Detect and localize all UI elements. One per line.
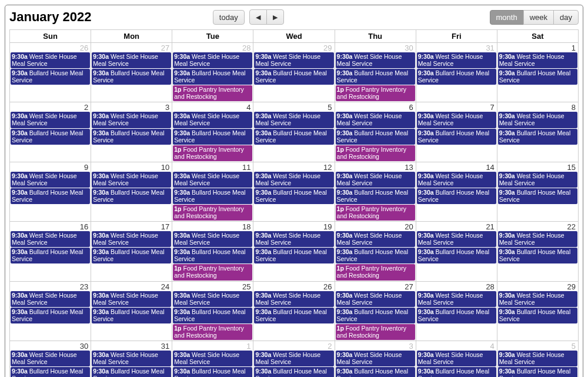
next-button[interactable]: ▶ [266,9,284,25]
calendar-event[interactable]: 9:30a Bullard House Meal Service [498,69,577,85]
calendar-event[interactable]: 9:30a Bullard House Meal Service [11,367,90,377]
day-cell[interactable]: 189:30a West Side House Meal Service9:30… [172,222,253,281]
calendar-event[interactable]: 9:30a West Side House Meal Service [498,52,577,68]
day-cell[interactable]: 59:30a West Side House Meal Service9:30a… [497,341,578,377]
day-cell[interactable]: 249:30a West Side House Meal Service9:30… [91,281,172,341]
calendar-event[interactable]: 9:30a West Side House Meal Service [92,231,171,247]
day-cell[interactable]: 99:30a West Side House Meal Service9:30a… [10,162,91,221]
day-cell[interactable]: 289:30a West Side House Meal Service9:30… [172,43,253,102]
prev-button[interactable]: ◀ [249,9,267,25]
day-cell[interactable]: 219:30a West Side House Meal Service9:30… [416,222,497,281]
calendar-event[interactable]: 9:30a Bullard House Meal Service [498,248,577,263]
calendar-event[interactable]: 1p Food Pantry Inventory and Restocking [173,145,252,161]
day-cell[interactable]: 109:30a West Side House Meal Service9:30… [91,162,172,221]
today-button[interactable]: today [213,10,245,25]
calendar-event[interactable]: 9:30a West Side House Meal Service [336,172,415,188]
day-cell[interactable]: 229:30a West Side House Meal Service9:30… [497,222,578,281]
calendar-event[interactable]: 9:30a Bullard House Meal Service [336,188,415,204]
calendar-event[interactable]: 9:30a Bullard House Meal Service [173,69,252,85]
calendar-event[interactable]: 9:30a West Side House Meal Service [173,172,252,188]
day-cell[interactable]: 309:30a West Side House Meal Service9:30… [335,43,416,102]
calendar-event[interactable]: 9:30a West Side House Meal Service [417,172,496,188]
calendar-event[interactable]: 9:30a Bullard House Meal Service [417,69,496,85]
calendar-event[interactable]: 9:30a Bullard House Meal Service [173,308,252,323]
calendar-event[interactable]: 9:30a Bullard House Meal Service [417,188,496,204]
day-cell[interactable]: 49:30a West Side House Meal Service9:30a… [416,341,497,377]
calendar-event[interactable]: 1p Food Pantry Inventory and Restocking [336,264,415,280]
day-cell[interactable]: 269:30a West Side House Meal Service9:30… [10,43,91,102]
calendar-event[interactable]: 9:30a West Side House Meal Service [11,231,90,247]
calendar-event[interactable]: 9:30a Bullard House Meal Service [92,367,171,377]
calendar-event[interactable]: 9:30a West Side House Meal Service [417,112,496,128]
calendar-event[interactable]: 9:30a West Side House Meal Service [254,172,333,188]
day-cell[interactable]: 259:30a West Side House Meal Service9:30… [172,281,253,341]
calendar-event[interactable]: 9:30a West Side House Meal Service [173,291,252,307]
calendar-event[interactable]: 9:30a West Side House Meal Service [417,231,496,247]
calendar-event[interactable]: 1p Food Pantry Inventory and Restocking [173,205,252,221]
calendar-event[interactable]: 9:30a Bullard House Meal Service [498,367,577,377]
calendar-event[interactable]: 9:30a West Side House Meal Service [173,52,252,68]
calendar-event[interactable]: 9:30a Bullard House Meal Service [336,129,415,145]
calendar-event[interactable]: 9:30a West Side House Meal Service [254,112,333,128]
day-cell[interactable]: 39:30a West Side House Meal Service9:30a… [91,102,172,162]
calendar-event[interactable]: 9:30a Bullard House Meal Service [11,308,90,323]
calendar-event[interactable]: 9:30a Bullard House Meal Service [417,129,496,145]
calendar-event[interactable]: 9:30a Bullard House Meal Service [254,69,333,85]
calendar-event[interactable]: 9:30a West Side House Meal Service [336,112,415,128]
view-week-button[interactable]: week [523,10,554,25]
calendar-event[interactable]: 1p Food Pantry Inventory and Restocking [336,145,415,161]
calendar-event[interactable]: 9:30a Bullard House Meal Service [11,248,90,263]
day-cell[interactable]: 129:30a West Side House Meal Service9:30… [253,162,335,221]
calendar-event[interactable]: 9:30a West Side House Meal Service [11,52,90,68]
calendar-event[interactable]: 9:30a Bullard House Meal Service [498,188,577,204]
calendar-event[interactable]: 9:30a West Side House Meal Service [417,52,496,68]
calendar-event[interactable]: 9:30a West Side House Meal Service [336,52,415,68]
calendar-event[interactable]: 9:30a West Side House Meal Service [498,231,577,247]
calendar-event[interactable]: 9:30a Bullard House Meal Service [498,308,577,323]
calendar-event[interactable]: 9:30a West Side House Meal Service [498,112,577,128]
calendar-event[interactable]: 9:30a Bullard House Meal Service [336,69,415,85]
calendar-event[interactable]: 9:30a West Side House Meal Service [92,172,171,188]
calendar-event[interactable]: 1p Food Pantry Inventory and Restocking [173,324,252,340]
calendar-event[interactable]: 9:30a Bullard House Meal Service [11,69,90,85]
calendar-event[interactable]: 9:30a West Side House Meal Service [254,291,333,307]
calendar-event[interactable]: 1p Food Pantry Inventory and Restocking [173,85,252,101]
calendar-event[interactable]: 9:30a West Side House Meal Service [92,291,171,307]
day-cell[interactable]: 269:30a West Side House Meal Service9:30… [253,281,335,341]
view-month-button[interactable]: month [490,10,524,25]
day-cell[interactable]: 179:30a West Side House Meal Service9:30… [91,222,172,281]
calendar-event[interactable]: 9:30a West Side House Meal Service [254,351,333,366]
day-cell[interactable]: 59:30a West Side House Meal Service9:30a… [253,102,335,162]
day-cell[interactable]: 19:30a West Side House Meal Service9:30a… [172,341,253,377]
day-cell[interactable]: 289:30a West Side House Meal Service9:30… [416,281,497,341]
day-cell[interactable]: 79:30a West Side House Meal Service9:30a… [416,102,497,162]
calendar-event[interactable]: 9:30a West Side House Meal Service [92,52,171,68]
calendar-event[interactable]: 9:30a Bullard House Meal Service [173,248,252,263]
calendar-event[interactable]: 9:30a West Side House Meal Service [92,351,171,366]
day-cell[interactable]: 299:30a West Side House Meal Service9:30… [253,43,335,102]
calendar-event[interactable]: 9:30a West Side House Meal Service [173,112,252,128]
calendar-event[interactable]: 9:30a Bullard House Meal Service [417,367,496,377]
calendar-event[interactable]: 9:30a West Side House Meal Service [498,291,577,307]
calendar-event[interactable]: 9:30a Bullard House Meal Service [254,188,333,204]
day-cell[interactable]: 319:30a West Side House Meal Service9:30… [416,43,497,102]
calendar-event[interactable]: 9:30a West Side House Meal Service [417,291,496,307]
day-cell[interactable]: 29:30a West Side House Meal Service9:30a… [10,102,91,162]
calendar-event[interactable]: 9:30a Bullard House Meal Service [92,308,171,323]
calendar-event[interactable]: 1p Food Pantry Inventory and Restocking [336,205,415,221]
calendar-event[interactable]: 9:30a West Side House Meal Service [173,231,252,247]
calendar-event[interactable]: 9:30a Bullard House Meal Service [173,129,252,145]
day-cell[interactable]: 19:30a West Side House Meal Service9:30a… [497,43,578,102]
calendar-event[interactable]: 9:30a Bullard House Meal Service [254,308,333,323]
calendar-event[interactable]: 9:30a Bullard House Meal Service [498,129,577,145]
day-cell[interactable]: 169:30a West Side House Meal Service9:30… [10,222,91,281]
calendar-event[interactable]: 9:30a Bullard House Meal Service [254,248,333,263]
day-cell[interactable]: 279:30a West Side House Meal Service9:30… [91,43,172,102]
calendar-event[interactable]: 9:30a West Side House Meal Service [417,351,496,366]
calendar-event[interactable]: 9:30a Bullard House Meal Service [173,367,252,377]
day-cell[interactable]: 139:30a West Side House Meal Service9:30… [335,162,416,221]
calendar-event[interactable]: 9:30a Bullard House Meal Service [92,188,171,204]
calendar-event[interactable]: 9:30a Bullard House Meal Service [336,248,415,263]
calendar-event[interactable]: 9:30a West Side House Meal Service [92,112,171,128]
calendar-event[interactable]: 9:30a West Side House Meal Service [11,291,90,307]
